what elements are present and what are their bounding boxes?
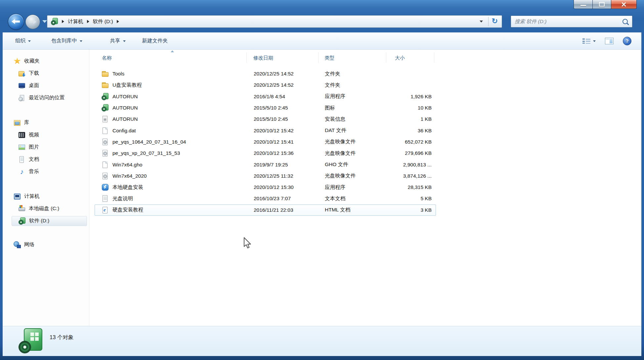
downloads-folder-icon bbox=[18, 70, 25, 77]
sidebar-item-desktop[interactable]: 桌面 bbox=[3, 79, 89, 92]
search-icon[interactable] bbox=[623, 19, 628, 24]
sidebar-item-libraries[interactable]: 库 bbox=[3, 116, 89, 129]
drive-d-large-icon bbox=[19, 328, 43, 354]
sidebar-label: 视频 bbox=[29, 131, 39, 138]
sidebar-item-pictures[interactable]: 图片 bbox=[3, 141, 89, 153]
file-date: 2020/10/12 15:30 bbox=[254, 184, 325, 190]
navigation-pane: 收藏夹 下载 桌面 最近访问的位置 库 视频 图片 文档 bbox=[3, 50, 89, 326]
sidebar-label: 计算机 bbox=[24, 193, 40, 200]
address-bar[interactable]: 计算机 软件 (D:) ↻ bbox=[47, 15, 502, 28]
search-box[interactable] bbox=[511, 16, 632, 27]
column-header-type[interactable]: 类型 bbox=[324, 55, 386, 61]
search-input[interactable] bbox=[514, 18, 621, 25]
table-row[interactable]: Win7x64_2020 2020/12/25 11:32 光盘映像文件 3,8… bbox=[95, 170, 436, 182]
sidebar-label: 库 bbox=[24, 119, 29, 126]
new-folder-label: 新建文件夹 bbox=[142, 37, 168, 44]
include-label: 包含到库中 bbox=[51, 37, 77, 44]
breadcrumb-drive-d[interactable]: 软件 (D:) bbox=[93, 18, 113, 25]
recent-places-icon bbox=[18, 94, 25, 102]
share-button[interactable]: 共享 bbox=[110, 37, 126, 44]
desktop-icon bbox=[18, 82, 25, 89]
preview-pane-button[interactable] bbox=[605, 38, 614, 44]
sidebar-item-recent-places[interactable]: 最近访问的位置 bbox=[3, 92, 89, 104]
file-date: 2015/5/10 2:45 bbox=[254, 105, 325, 111]
videos-icon bbox=[18, 131, 25, 139]
sidebar-item-favorites[interactable]: 收藏夹 bbox=[3, 55, 89, 67]
change-view-button[interactable] bbox=[582, 38, 596, 44]
recent-pages-chevron-icon[interactable] bbox=[42, 20, 47, 23]
column-divider[interactable] bbox=[434, 52, 434, 63]
sidebar-item-drive-c[interactable]: 本地磁盘 (C:) bbox=[3, 202, 89, 215]
column-divider[interactable] bbox=[246, 52, 247, 63]
file-type: DAT 文件 bbox=[325, 127, 386, 134]
table-row[interactable]: AUTORUN 2015/5/10 2:45 图标 10 KB bbox=[95, 102, 436, 113]
breadcrumb-arrow-icon[interactable] bbox=[117, 20, 119, 23]
column-header-size[interactable]: 大小 bbox=[386, 55, 436, 61]
file-size: 3,874,126 ... bbox=[386, 173, 436, 179]
table-row[interactable]: pe_yqs_1064_20_07_31_16_04 2020/10/12 15… bbox=[95, 136, 436, 148]
file-list: Tools 2020/12/25 14:52 文件夹 U盘安装教程 2020/1… bbox=[95, 68, 436, 216]
file-date: 2020/12/25 11:32 bbox=[254, 173, 325, 179]
file-type: 应用程序 bbox=[325, 184, 386, 191]
file-name: AUTORUN bbox=[112, 94, 138, 100]
file-size: 652,072 KB bbox=[386, 139, 436, 145]
sidebar-item-computer[interactable]: 计算机 bbox=[3, 190, 89, 202]
back-button[interactable] bbox=[8, 14, 24, 30]
include-in-library-button[interactable]: 包含到库中 bbox=[51, 37, 82, 44]
minimize-icon bbox=[580, 5, 586, 6]
organize-button[interactable]: 组织 bbox=[15, 37, 31, 44]
table-row[interactable]: AUTORUN 2015/5/10 2:45 安装信息 1 KB bbox=[95, 113, 436, 125]
column-header-date[interactable]: 修改日期 bbox=[253, 55, 324, 61]
file-type: 文本文档 bbox=[325, 195, 386, 202]
table-row[interactable]: pe_yqs_xp_20_07_31_15_53 2020/10/12 15:3… bbox=[95, 148, 436, 159]
autorun-icon-file-icon bbox=[102, 104, 109, 112]
forward-button[interactable] bbox=[25, 15, 40, 29]
breadcrumb-arrow-icon[interactable] bbox=[62, 20, 64, 23]
setup-info-icon bbox=[102, 115, 109, 123]
table-row[interactable]: 本地硬盘安装 2020/10/12 15:30 应用程序 28,315 KB bbox=[95, 182, 436, 193]
folder-icon bbox=[102, 81, 109, 89]
sidebar-item-videos[interactable]: 视频 bbox=[3, 129, 89, 141]
column-divider[interactable] bbox=[318, 52, 319, 63]
sidebar-item-network[interactable]: 网络 bbox=[3, 239, 89, 251]
file-date: 2016/1/8 4:54 bbox=[254, 94, 325, 100]
table-row[interactable]: 光盘说明 2016/10/23 7:07 文本文档 5 KB bbox=[95, 193, 436, 204]
breadcrumb-computer[interactable]: 计算机 bbox=[68, 18, 83, 25]
file-name: U盘安装教程 bbox=[112, 82, 142, 89]
column-header-name[interactable]: 名称 bbox=[95, 55, 253, 61]
file-type: 光盘映像文件 bbox=[325, 172, 386, 179]
file-name: 硬盘安装教程 bbox=[112, 206, 143, 213]
folder-icon bbox=[102, 70, 109, 77]
sidebar-item-downloads[interactable]: 下载 bbox=[3, 67, 89, 79]
file-date: 2016/11/21 22:03 bbox=[254, 207, 325, 213]
sidebar-item-documents[interactable]: 文档 bbox=[3, 153, 89, 165]
file-type: 图标 bbox=[325, 105, 386, 112]
file-size: 279,696 KB bbox=[386, 150, 436, 156]
refresh-button[interactable]: ↻ bbox=[492, 18, 499, 25]
sidebar-label: 音乐 bbox=[29, 168, 39, 175]
chevron-down-icon bbox=[593, 40, 596, 42]
new-folder-button[interactable]: 新建文件夹 bbox=[142, 37, 168, 44]
sidebar-label: 收藏夹 bbox=[24, 58, 40, 65]
file-size: 1 KB bbox=[386, 116, 436, 122]
table-row[interactable]: Win7x64.gho 2019/9/7 19:25 GHO 文件 2,900,… bbox=[95, 159, 436, 170]
table-row[interactable]: U盘安装教程 2020/12/25 14:52 文件夹 bbox=[95, 79, 436, 91]
minimize-button[interactable] bbox=[574, 0, 593, 9]
table-row-selected[interactable]: e硬盘安装教程 2016/11/21 22:03 HTML 文档 3 KB bbox=[95, 204, 436, 216]
sidebar-item-music[interactable]: ♪ 音乐 bbox=[3, 165, 89, 178]
file-name: 本地硬盘安装 bbox=[112, 184, 143, 191]
breadcrumb-arrow-icon[interactable] bbox=[87, 20, 89, 23]
sidebar-item-drive-d[interactable]: 软件 (D:) bbox=[12, 216, 87, 226]
table-row[interactable]: Config.dat 2020/10/12 15:42 DAT 文件 36 KB bbox=[95, 125, 436, 136]
table-row[interactable]: AUTORUN 2016/1/8 4:54 应用程序 1,926 KB bbox=[95, 91, 436, 102]
column-divider[interactable] bbox=[386, 52, 386, 63]
forward-arrow-icon bbox=[29, 20, 36, 24]
help-button[interactable]: ? bbox=[623, 37, 631, 45]
maximize-button[interactable] bbox=[593, 0, 611, 9]
address-dropdown-icon[interactable] bbox=[480, 21, 483, 22]
table-row[interactable]: Tools 2020/12/25 14:52 文件夹 bbox=[95, 68, 436, 79]
close-button[interactable] bbox=[611, 0, 637, 9]
file-date: 2015/5/10 2:45 bbox=[254, 116, 325, 122]
file-date: 2016/10/23 7:07 bbox=[254, 196, 325, 202]
list-view-icon bbox=[582, 38, 590, 44]
